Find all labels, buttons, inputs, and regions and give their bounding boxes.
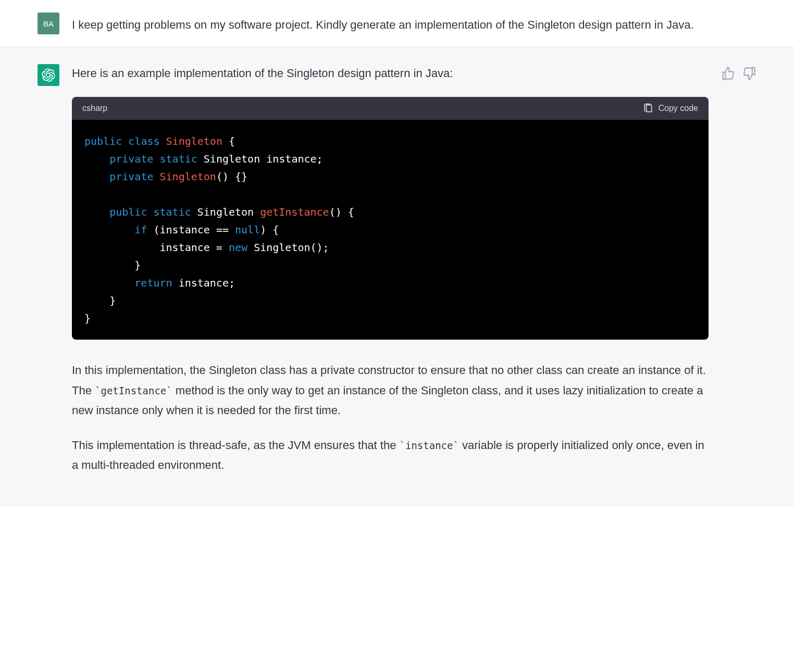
code-header: csharp Copy code <box>72 97 709 120</box>
openai-logo-icon <box>42 68 55 82</box>
explanation-paragraph-1: In this implementation, the Singleton cl… <box>72 360 709 421</box>
assistant-message-row: Here is an example implementation of the… <box>0 47 794 507</box>
thumbs-down-icon <box>742 66 756 81</box>
thumbs-up-icon <box>721 66 736 81</box>
explanation-paragraph-2: This implementation is thread-safe, as t… <box>72 435 709 476</box>
copy-code-button[interactable]: Copy code <box>643 103 699 114</box>
code-content[interactable]: public class Singleton { private static … <box>72 120 709 340</box>
user-avatar: BA <box>38 13 59 34</box>
thumbs-up-button[interactable] <box>721 66 736 81</box>
clipboard-icon <box>643 103 653 114</box>
code-block: csharp Copy code public class Singleton … <box>72 97 709 340</box>
assistant-avatar <box>38 64 59 86</box>
code-language-label: csharp <box>82 104 107 113</box>
inline-code: `instance` <box>400 440 459 451</box>
user-message-row: BA I keep getting problems on my softwar… <box>0 0 794 47</box>
thumbs-down-button[interactable] <box>742 66 756 81</box>
user-message-text: I keep getting problems on my software p… <box>72 13 756 34</box>
inline-code: `getInstance` <box>95 385 172 396</box>
assistant-intro-text: Here is an example implementation of the… <box>72 64 709 82</box>
svg-rect-0 <box>646 105 651 112</box>
feedback-buttons <box>721 66 756 81</box>
copy-code-label: Copy code <box>659 104 699 113</box>
